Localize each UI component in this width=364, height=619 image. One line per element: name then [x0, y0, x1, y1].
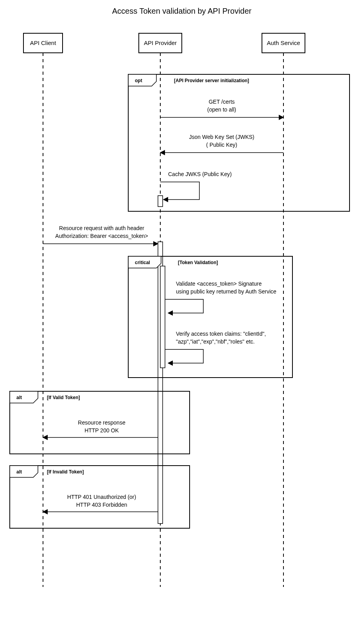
- msg-4xx-line1: HTTP 401 Unauthorized (or): [67, 494, 136, 500]
- msg-req-line2: Authorization: Bearer <access_token>: [55, 233, 148, 239]
- msg-get-certs-line1: GET /certs: [209, 99, 235, 105]
- msg-jwks-line2: ( Public Key): [206, 142, 237, 148]
- fragment-opt: opt [API Provider server initialization]: [128, 74, 350, 211]
- fragment-type: alt: [16, 469, 22, 475]
- msg-200-line1: Resource response: [78, 419, 126, 426]
- actor-label: API Provider: [144, 40, 177, 46]
- msg-validate-sig-line1: Validate <access_token> Signature: [176, 281, 262, 287]
- actor-api-client: API Client: [23, 33, 63, 53]
- msg-verify-claims-line2: "azp","iat","exp","nbf","roles" etc.: [176, 338, 255, 345]
- fragment-condition: [If Invalid Token]: [47, 469, 84, 475]
- msg-verify-claims-line1: Verify access token claims: "clientId",: [176, 331, 266, 337]
- fragment-critical: critical [Token Validation]: [128, 256, 292, 378]
- arrow-verify-claims: [165, 349, 203, 363]
- actor-auth-service: Auth Service: [262, 33, 305, 53]
- fragment-condition: [If Valid Token]: [47, 395, 80, 400]
- fragment-type: opt: [135, 78, 142, 83]
- fragment-condition: [API Provider server initialization]: [174, 78, 249, 83]
- activation-cache: [158, 196, 163, 207]
- fragment-type: alt: [16, 395, 22, 400]
- msg-req-line1: Resource request with auth header: [59, 225, 144, 231]
- svg-rect-3: [128, 74, 350, 211]
- fragment-condition: [Token Validation]: [178, 260, 218, 265]
- arrow-cache-jwks: [160, 182, 199, 200]
- actor-label: Auth Service: [267, 40, 300, 46]
- msg-get-certs-line2: (open to all): [207, 106, 236, 113]
- actor-label: API Client: [30, 40, 57, 46]
- msg-200-line2: HTTP 200 OK: [84, 427, 119, 434]
- fragment-type: critical: [135, 260, 150, 265]
- sequence-diagram: Access Token validation by API Provider …: [0, 0, 364, 619]
- msg-4xx-line2: HTTP 403 Forbidden: [76, 502, 127, 508]
- msg-cache-jwks: Cache JWKS (Public Key): [168, 171, 232, 177]
- svg-rect-4: [128, 256, 292, 378]
- msg-validate-sig-line2: using public key returned by Auth Servic…: [176, 288, 276, 295]
- diagram-title: Access Token validation by API Provider: [112, 7, 252, 15]
- activation-provider-critical: [160, 266, 165, 368]
- arrow-validate-sig: [165, 299, 203, 313]
- actor-api-provider: API Provider: [139, 33, 182, 53]
- msg-jwks-line1: Json Web Key Set (JWKS): [189, 134, 254, 140]
